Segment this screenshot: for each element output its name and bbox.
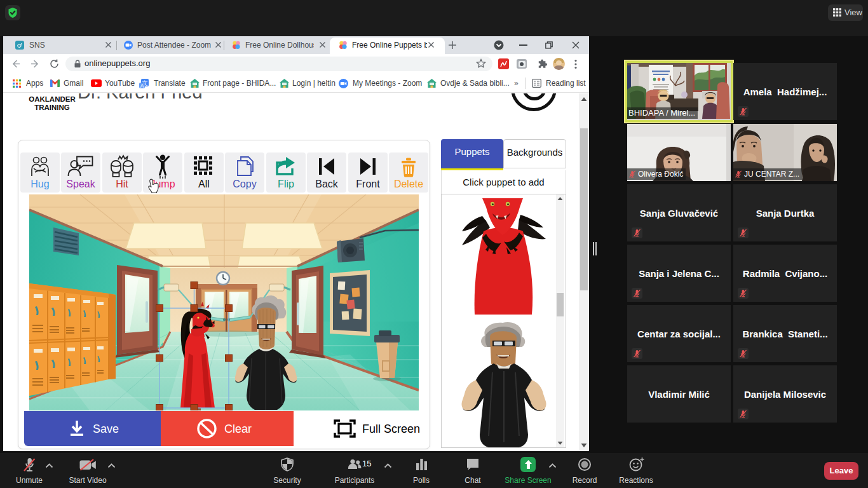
svg-text:A: A — [140, 83, 144, 89]
